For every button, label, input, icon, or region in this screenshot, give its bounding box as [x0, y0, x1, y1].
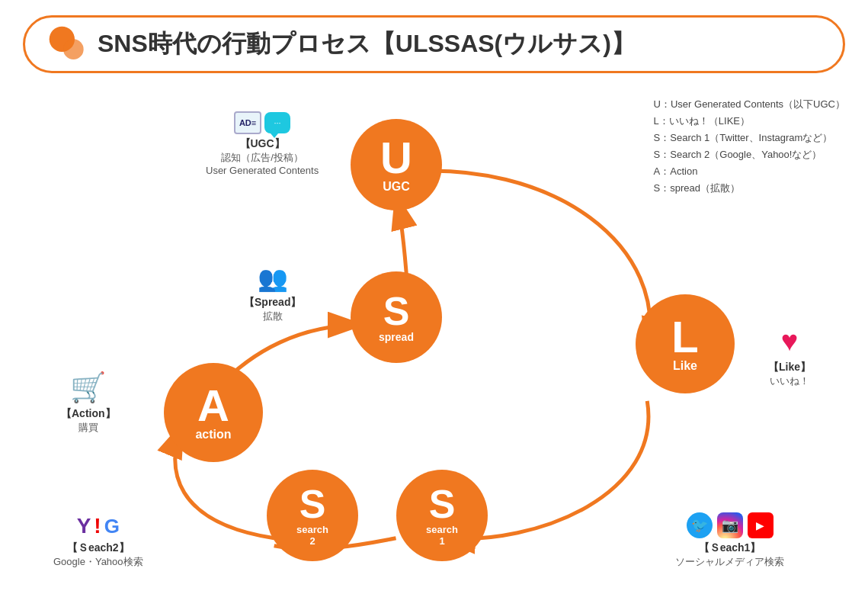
legend-line-1: U：User Generated Contents（以下UGC） — [654, 96, 845, 113]
search1-bracket: 【Ｓeach1】 — [675, 541, 784, 555]
page-container: SNS時代の行動プロセス【ULSSAS(ウルサス)】 U：User Genera… — [0, 0, 868, 610]
social-icons-group: 🐦 📷 ▶ — [675, 512, 784, 538]
like-line1: いいね！ — [768, 374, 811, 388]
page-title: SNS時代の行動プロセス【ULSSAS(ウルサス)】 — [98, 27, 636, 61]
node-search2-word: search2 — [296, 524, 328, 547]
spread-bracket: 【Spread】 — [244, 296, 301, 310]
node-action-word: action — [195, 428, 231, 441]
ugc-line2: User Generated Contents — [206, 165, 319, 176]
action-line1: 購買 — [61, 421, 116, 435]
node-u: U UGC — [351, 119, 442, 210]
node-search1: S search1 — [396, 470, 488, 561]
cart-icon: 🛒 — [61, 371, 116, 404]
search1-line1: ソーシャルメディア検索 — [675, 555, 784, 569]
speech-bubble: ··· — [264, 112, 290, 133]
instagram-icon: 📷 — [717, 512, 743, 538]
spread-line1: 拡散 — [244, 310, 301, 323]
legend-line-2: L：いいね！（LIKE） — [654, 113, 845, 130]
ugc-bracket: 【UGC】 — [206, 137, 319, 151]
node-spread-word: spread — [379, 331, 414, 343]
yg-icons: Y ! G — [53, 514, 143, 538]
node-search2: S search2 — [267, 470, 358, 561]
action-label: 🛒 【Action】 購買 — [61, 371, 116, 435]
like-bracket: 【Like】 — [768, 361, 811, 374]
node-spread: S spread — [351, 271, 442, 363]
yahoo-exclaim: ! — [94, 514, 101, 538]
like-label: ♥ 【Like】 いいね！ — [768, 325, 811, 388]
title-icon — [48, 25, 86, 63]
search2-bracket: 【Ｓeach2】 — [53, 541, 143, 555]
node-action: A action — [164, 363, 263, 462]
search1-label: 🐦 📷 ▶ 【Ｓeach1】 ソーシャルメディア検索 — [675, 512, 784, 569]
ad-icon-group: AD≡ ··· — [206, 111, 319, 134]
ugc-line1: 認知（広告/投稿） — [206, 151, 319, 165]
youtube-icon: ▶ — [748, 512, 774, 538]
legend-line-5: A：Action — [654, 163, 845, 180]
node-u-letter: U — [380, 136, 412, 180]
node-search1-word: search1 — [426, 524, 458, 547]
action-bracket: 【Action】 — [61, 407, 116, 421]
svg-point-1 — [63, 39, 84, 59]
legend-line-6: S：spread（拡散） — [654, 180, 845, 197]
people-icon: 👥 — [244, 264, 301, 293]
node-spread-letter: S — [383, 291, 410, 331]
twitter-icon: 🐦 — [687, 512, 713, 538]
search2-label: Y ! G 【Ｓeach2】 Google・Yahoo検索 — [53, 514, 143, 569]
node-search2-letter: S — [299, 484, 326, 524]
node-u-word: UGC — [383, 180, 410, 194]
google-g: G — [104, 515, 120, 538]
node-action-letter: A — [197, 384, 229, 428]
yahoo-y: Y — [77, 514, 91, 538]
node-l: L Like — [636, 294, 735, 393]
diagram-area: U：User Generated Contents（以下UGC） L：いいね！（… — [23, 88, 845, 607]
legend-line-3: S：Search 1（Twitter、Instagramなど） — [654, 130, 845, 146]
node-l-word: Like — [673, 359, 697, 373]
node-l-letter: L — [671, 315, 698, 359]
spread-label: 👥 【Spread】 拡散 — [244, 264, 301, 323]
heart-icon: ♥ — [768, 325, 811, 358]
ugc-label: AD≡ ··· 【UGC】 認知（広告/投稿） User Generated C… — [206, 111, 319, 176]
legend: U：User Generated Contents（以下UGC） L：いいね！（… — [654, 96, 845, 197]
node-search1-letter: S — [429, 484, 456, 524]
ad-box: AD≡ — [234, 111, 261, 134]
search2-line1: Google・Yahoo検索 — [53, 555, 143, 569]
title-bar: SNS時代の行動プロセス【ULSSAS(ウルサス)】 — [23, 15, 845, 73]
legend-line-4: S：Search 2（Google、Yahoo!など） — [654, 146, 845, 163]
